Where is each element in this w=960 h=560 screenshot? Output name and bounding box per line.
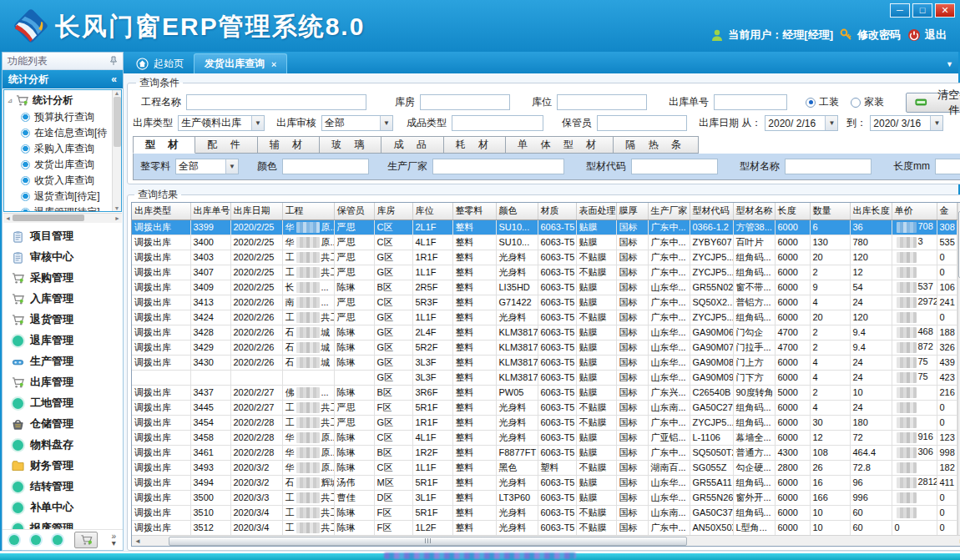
table-row[interactable]: 调拨出库35002020/3/3工共工程曹佳D区3L1F整料LT3P606063… (132, 490, 957, 505)
radio-gongzhuang[interactable]: 工装 (806, 95, 839, 109)
quick-dot-icon[interactable] (53, 535, 63, 545)
collapse-icon[interactable]: « (111, 73, 117, 85)
tree-item-0[interactable]: 预算执行查询 (8, 109, 112, 125)
material-tab-5[interactable]: 耗 材 (444, 136, 506, 154)
sidebar-item-3[interactable]: 入库管理 (3, 289, 123, 310)
tree-item-3[interactable]: 发货出库查询 (8, 157, 112, 173)
logout-button[interactable]: 退出 (907, 28, 947, 43)
material-tab-6[interactable]: 单 体 型 材 (506, 136, 614, 154)
column-header-no[interactable]: 出库单号 (190, 203, 230, 219)
cart-shortcut-button[interactable] (74, 532, 98, 548)
tree-expander-icon[interactable]: ⊿ (8, 98, 13, 104)
outbound-type-select[interactable]: 生产领料出库▼ (178, 115, 265, 131)
profile-code-input[interactable] (631, 159, 718, 174)
sidebar-item-4[interactable]: 退货管理 (3, 310, 123, 330)
table-row[interactable]: 调拨出库34932020/3/2华原...陈琳C区1L1F整料黑色塑料不贴膜国标… (132, 460, 957, 475)
table-row[interactable]: 调拨出库34292020/2/26石城陈琳G区5R2F整料KLM38176063… (132, 340, 957, 355)
tab-0[interactable]: 起始页 (125, 53, 194, 73)
table-row[interactable]: 调拨出库34372020/2/27佛...陈琳B区3R6F整料PW056063-… (132, 385, 957, 400)
sidebar-item-8[interactable]: 工地管理 (3, 393, 123, 414)
tree-root-statistics[interactable]: ⊿统计分析 (8, 93, 112, 109)
tab-list-dropdown-icon[interactable]: ▼ (946, 60, 953, 68)
column-header-surface[interactable]: 表面处理 (576, 203, 616, 219)
sidebar-item-11[interactable]: 财务管理 (3, 456, 123, 477)
column-header-whole[interactable]: 整零料 (452, 203, 496, 219)
change-password-button[interactable]: 修改密码 (840, 28, 901, 43)
sidebar-item-0[interactable]: 项目管理 (3, 226, 123, 247)
sidebar-item-2[interactable]: 采购管理 (3, 268, 123, 289)
column-header-amount[interactable]: 金 (937, 203, 957, 219)
material-tab-3[interactable]: 玻 璃 (320, 136, 381, 154)
tree-item-5[interactable]: 退货查询[待定] (8, 189, 112, 204)
tree-item-2[interactable]: 采购入库查询 (8, 141, 112, 157)
warehouse-input[interactable] (420, 94, 510, 110)
sidebar-item-5[interactable]: 退库管理 (3, 330, 123, 351)
table-row[interactable]: 调拨出库34942020/3/2石辉城汤伟M区5R1F整料光身料6063-T5贴… (132, 475, 957, 490)
maximize-button[interactable]: □ (912, 3, 932, 18)
table-row[interactable]: 调拨出库34002020/2/25华原...严思C区4L1F整料SU10...6… (132, 235, 957, 250)
tab-1[interactable]: 发货出库查询× (194, 53, 287, 73)
table-row[interactable]: 调拨出库34612020/2/28华原...陈琳B区1R2F整料F8877FT6… (132, 445, 957, 460)
date-to-picker[interactable]: 2020/ 3/16▼ (870, 115, 943, 131)
sidebar-item-13[interactable]: 补单中心 (3, 497, 123, 518)
table-row[interactable]: 调拨出库33992020/2/25华原...严思C区2L1F整料SU10...6… (132, 219, 957, 235)
radio-jiazhuang[interactable]: 家装 (851, 95, 884, 109)
table-row[interactable]: 调拨出库34282020/2/26石城陈琳G区2L4F整料KLM38176063… (132, 325, 957, 340)
table-row[interactable]: 调拨出库34032020/2/25工共工程严思G区1R1F整料光身料6063-T… (132, 250, 957, 265)
table-row[interactable]: 调拨出库34542020/2/28工共工程严思G区1R1F整料光身料6063-T… (132, 415, 957, 430)
column-header-outlen[interactable]: 出库长度 (850, 203, 892, 219)
table-row[interactable]: 调拨出库34092020/2/25长...陈琳B区2R5F整料LI35HD606… (132, 280, 957, 295)
table-row[interactable]: G区3L3F整料KLM38176063-T5贴膜国标山东华...GA90M09.… (132, 370, 957, 385)
material-tab-1[interactable]: 配 件 (195, 136, 257, 154)
column-header-qty[interactable]: 数量 (810, 203, 850, 219)
sidebar-section-header[interactable]: 统计分析 « (3, 70, 123, 88)
column-header-factory[interactable]: 生产厂家 (648, 203, 690, 219)
tree-item-6[interactable]: 退库管理[待定] (8, 204, 112, 211)
whole-part-select[interactable]: 全部▼ (175, 159, 239, 174)
color-input[interactable] (282, 159, 369, 174)
column-header-name[interactable]: 型材名称 (733, 203, 775, 219)
length-input[interactable] (935, 159, 960, 174)
keeper-input[interactable] (597, 115, 687, 131)
sidebar-item-1[interactable]: 审核中心 (3, 247, 123, 268)
location-input[interactable] (557, 94, 647, 110)
table-row[interactable]: 调拨出库34242020/2/26工共工程严思G区1L1F整料光身料6063-T… (132, 310, 957, 325)
column-header-material[interactable]: 材质 (538, 203, 576, 219)
sidebar-item-12[interactable]: 结转管理 (3, 477, 123, 497)
tab-close-icon[interactable]: × (271, 59, 276, 69)
column-header-code[interactable]: 型材代码 (690, 203, 733, 219)
column-header-warehouse[interactable]: 库房 (374, 203, 412, 219)
column-header-keeper[interactable]: 保管员 (334, 203, 374, 219)
quick-dot-icon[interactable] (9, 535, 19, 545)
column-header-price[interactable]: 单价 (892, 203, 937, 219)
profile-name-input[interactable] (785, 159, 872, 174)
tree-item-4[interactable]: 收货入库查询 (8, 173, 112, 189)
tree-vertical-scrollbar[interactable]: ▲ ▼ (112, 90, 121, 211)
sidebar-item-7[interactable]: 出库管理 (3, 372, 123, 393)
audit-select[interactable]: 全部▼ (321, 115, 393, 131)
column-header-location[interactable]: 库位 (412, 203, 452, 219)
material-tab-0[interactable]: 型 材 (133, 136, 195, 154)
pin-icon[interactable] (109, 56, 118, 66)
table-row[interactable]: 调拨出库35102020/3/4工共工程陈琳F区5R1F整料光身料6063-T5… (132, 505, 957, 520)
grid-horizontal-scrollbar[interactable]: ◄ ► (132, 535, 960, 546)
date-from-picker[interactable]: 2020/ 2/16▼ (765, 115, 838, 131)
column-header-date[interactable]: 出库日期 (230, 203, 282, 219)
grid-vertical-scrollbar[interactable]: ▲ ▼ (957, 203, 960, 535)
table-row[interactable]: 调拨出库34132020/2/26南...严思C区5R3F整料G71422606… (132, 295, 957, 310)
factory-input[interactable] (432, 159, 564, 174)
column-header-length[interactable]: 长度 (775, 203, 810, 219)
project-name-input[interactable] (186, 94, 366, 110)
more-menus-button[interactable]: »▾ (111, 533, 116, 547)
sidebar-item-10[interactable]: 物料盘存 (3, 435, 123, 456)
table-row[interactable]: 调拨出库34452020/2/27工共工程严思F区5R1F整料光身料6063-T… (132, 400, 957, 415)
sidebar-item-14[interactable]: 报废管理 (3, 518, 123, 529)
sidebar-item-9[interactable]: 仓储管理 (3, 414, 123, 435)
product-type-input[interactable] (452, 115, 543, 131)
minimize-button[interactable]: ─ (890, 3, 910, 18)
table-row[interactable]: 调拨出库34302020/2/26石城陈琳G区3L3F整料KLM38176063… (132, 355, 957, 370)
quick-dot-icon[interactable] (31, 535, 41, 545)
material-tab-2[interactable]: 辅 材 (258, 136, 320, 154)
sidebar-item-6[interactable]: 生产管理 (3, 351, 123, 372)
tree-item-1[interactable]: 在途信息查询[待 (8, 125, 112, 141)
